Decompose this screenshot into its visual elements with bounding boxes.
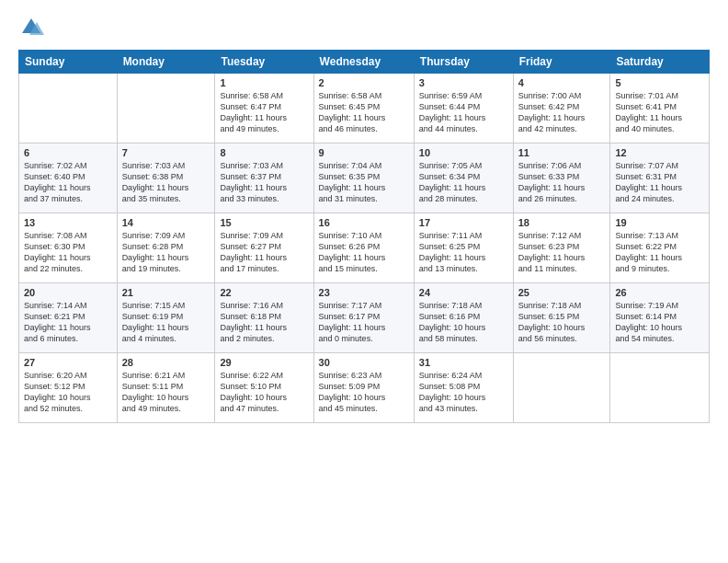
cell-content: Sunrise: 7:11 AM Sunset: 6:25 PM Dayligh… (419, 231, 486, 273)
weekday-header: Tuesday (215, 51, 313, 74)
calendar-cell: 19Sunrise: 7:13 AM Sunset: 6:22 PM Dayli… (610, 213, 710, 283)
day-number: 16 (319, 217, 409, 228)
weekday-header: Friday (513, 51, 610, 74)
calendar-cell: 31Sunrise: 6:24 AM Sunset: 5:08 PM Dayli… (414, 353, 513, 423)
calendar-cell (513, 353, 610, 423)
calendar-cell: 7Sunrise: 7:03 AM Sunset: 6:38 PM Daylig… (117, 144, 215, 213)
day-number: 22 (220, 287, 308, 298)
cell-content: Sunrise: 6:20 AM Sunset: 5:12 PM Dayligh… (24, 371, 91, 413)
calendar-header-row: SundayMondayTuesdayWednesdayThursdayFrid… (19, 51, 710, 74)
day-number: 2 (319, 77, 409, 88)
cell-content: Sunrise: 6:21 AM Sunset: 5:11 PM Dayligh… (122, 371, 189, 413)
header (18, 15, 710, 40)
day-number: 17 (419, 217, 508, 228)
calendar-cell: 23Sunrise: 7:17 AM Sunset: 6:17 PM Dayli… (313, 283, 414, 353)
day-number: 19 (615, 217, 704, 228)
page: SundayMondayTuesdayWednesdayThursdayFrid… (0, 0, 728, 563)
cell-content: Sunrise: 7:03 AM Sunset: 6:37 PM Dayligh… (220, 161, 287, 203)
calendar-cell: 18Sunrise: 7:12 AM Sunset: 6:23 PM Dayli… (513, 213, 610, 283)
calendar-cell: 10Sunrise: 7:05 AM Sunset: 6:34 PM Dayli… (414, 144, 513, 213)
weekday-header: Wednesday (313, 51, 414, 74)
cell-content: Sunrise: 7:00 AM Sunset: 6:42 PM Dayligh… (518, 91, 586, 133)
calendar-cell: 16Sunrise: 7:10 AM Sunset: 6:26 PM Dayli… (313, 213, 414, 283)
day-number: 31 (419, 357, 508, 368)
cell-content: Sunrise: 7:07 AM Sunset: 6:31 PM Dayligh… (615, 161, 682, 203)
cell-content: Sunrise: 6:22 AM Sunset: 5:10 PM Dayligh… (220, 371, 287, 413)
cell-content: Sunrise: 7:05 AM Sunset: 6:34 PM Dayligh… (419, 161, 486, 203)
cell-content: Sunrise: 7:18 AM Sunset: 6:15 PM Dayligh… (518, 301, 586, 343)
calendar-cell: 28Sunrise: 6:21 AM Sunset: 5:11 PM Dayli… (117, 353, 215, 423)
day-number: 20 (24, 287, 112, 298)
calendar-cell: 26Sunrise: 7:19 AM Sunset: 6:14 PM Dayli… (610, 283, 710, 353)
calendar-cell: 9Sunrise: 7:04 AM Sunset: 6:35 PM Daylig… (313, 144, 414, 213)
calendar-table: SundayMondayTuesdayWednesdayThursdayFrid… (18, 50, 710, 423)
calendar-cell: 15Sunrise: 7:09 AM Sunset: 6:27 PM Dayli… (215, 213, 313, 283)
calendar-week-row: 6Sunrise: 7:02 AM Sunset: 6:40 PM Daylig… (19, 144, 710, 213)
calendar-cell: 25Sunrise: 7:18 AM Sunset: 6:15 PM Dayli… (513, 283, 610, 353)
cell-content: Sunrise: 7:18 AM Sunset: 6:16 PM Dayligh… (419, 301, 486, 343)
calendar-cell: 2Sunrise: 6:58 AM Sunset: 6:45 PM Daylig… (313, 74, 414, 144)
day-number: 27 (24, 357, 112, 368)
calendar-cell (117, 74, 215, 144)
cell-content: Sunrise: 7:12 AM Sunset: 6:23 PM Dayligh… (518, 231, 586, 273)
day-number: 6 (24, 147, 112, 158)
calendar-cell: 4Sunrise: 7:00 AM Sunset: 6:42 PM Daylig… (513, 74, 610, 144)
calendar-cell: 11Sunrise: 7:06 AM Sunset: 6:33 PM Dayli… (513, 144, 610, 213)
day-number: 23 (319, 287, 409, 298)
logo (18, 15, 48, 40)
cell-content: Sunrise: 7:17 AM Sunset: 6:17 PM Dayligh… (319, 301, 386, 343)
cell-content: Sunrise: 6:24 AM Sunset: 5:08 PM Dayligh… (419, 371, 486, 413)
day-number: 18 (518, 217, 606, 228)
calendar-cell: 24Sunrise: 7:18 AM Sunset: 6:16 PM Dayli… (414, 283, 513, 353)
day-number: 30 (319, 357, 409, 368)
logo-icon (18, 15, 44, 40)
cell-content: Sunrise: 7:19 AM Sunset: 6:14 PM Dayligh… (615, 301, 682, 343)
day-number: 12 (615, 147, 704, 158)
cell-content: Sunrise: 6:59 AM Sunset: 6:44 PM Dayligh… (419, 91, 486, 133)
calendar-week-row: 27Sunrise: 6:20 AM Sunset: 5:12 PM Dayli… (19, 353, 710, 423)
day-number: 7 (122, 147, 210, 158)
cell-content: Sunrise: 7:16 AM Sunset: 6:18 PM Dayligh… (220, 301, 287, 343)
calendar-cell: 27Sunrise: 6:20 AM Sunset: 5:12 PM Dayli… (19, 353, 118, 423)
calendar-cell: 14Sunrise: 7:09 AM Sunset: 6:28 PM Dayli… (117, 213, 215, 283)
day-number: 8 (220, 147, 308, 158)
calendar-cell: 6Sunrise: 7:02 AM Sunset: 6:40 PM Daylig… (19, 144, 118, 213)
day-number: 28 (122, 357, 210, 368)
day-number: 21 (122, 287, 210, 298)
day-number: 25 (518, 287, 606, 298)
calendar-cell: 20Sunrise: 7:14 AM Sunset: 6:21 PM Dayli… (19, 283, 118, 353)
calendar-week-row: 13Sunrise: 7:08 AM Sunset: 6:30 PM Dayli… (19, 213, 710, 283)
calendar-cell (19, 74, 118, 144)
day-number: 24 (419, 287, 508, 298)
calendar-cell: 8Sunrise: 7:03 AM Sunset: 6:37 PM Daylig… (215, 144, 313, 213)
calendar-week-row: 20Sunrise: 7:14 AM Sunset: 6:21 PM Dayli… (19, 283, 710, 353)
calendar-cell: 12Sunrise: 7:07 AM Sunset: 6:31 PM Dayli… (610, 144, 710, 213)
weekday-header: Thursday (414, 51, 513, 74)
cell-content: Sunrise: 6:58 AM Sunset: 6:47 PM Dayligh… (220, 91, 287, 133)
cell-content: Sunrise: 7:13 AM Sunset: 6:22 PM Dayligh… (615, 231, 682, 273)
calendar-cell: 29Sunrise: 6:22 AM Sunset: 5:10 PM Dayli… (215, 353, 313, 423)
calendar-cell: 13Sunrise: 7:08 AM Sunset: 6:30 PM Dayli… (19, 213, 118, 283)
calendar-cell: 21Sunrise: 7:15 AM Sunset: 6:19 PM Dayli… (117, 283, 215, 353)
cell-content: Sunrise: 7:09 AM Sunset: 6:28 PM Dayligh… (122, 231, 189, 273)
cell-content: Sunrise: 7:15 AM Sunset: 6:19 PM Dayligh… (122, 301, 189, 343)
cell-content: Sunrise: 7:08 AM Sunset: 6:30 PM Dayligh… (24, 231, 91, 273)
cell-content: Sunrise: 7:06 AM Sunset: 6:33 PM Dayligh… (518, 161, 586, 203)
day-number: 3 (419, 77, 508, 88)
day-number: 5 (615, 77, 704, 88)
weekday-header: Saturday (610, 51, 710, 74)
cell-content: Sunrise: 7:09 AM Sunset: 6:27 PM Dayligh… (220, 231, 287, 273)
calendar-cell: 3Sunrise: 6:59 AM Sunset: 6:44 PM Daylig… (414, 74, 513, 144)
day-number: 11 (518, 147, 606, 158)
calendar-cell: 1Sunrise: 6:58 AM Sunset: 6:47 PM Daylig… (215, 74, 313, 144)
day-number: 29 (220, 357, 308, 368)
calendar-cell: 17Sunrise: 7:11 AM Sunset: 6:25 PM Dayli… (414, 213, 513, 283)
weekday-header: Sunday (19, 51, 118, 74)
day-number: 4 (518, 77, 606, 88)
cell-content: Sunrise: 6:58 AM Sunset: 6:45 PM Dayligh… (319, 91, 386, 133)
cell-content: Sunrise: 6:23 AM Sunset: 5:09 PM Dayligh… (319, 371, 386, 413)
day-number: 26 (615, 287, 704, 298)
day-number: 9 (319, 147, 409, 158)
day-number: 1 (220, 77, 308, 88)
weekday-header: Monday (117, 51, 215, 74)
